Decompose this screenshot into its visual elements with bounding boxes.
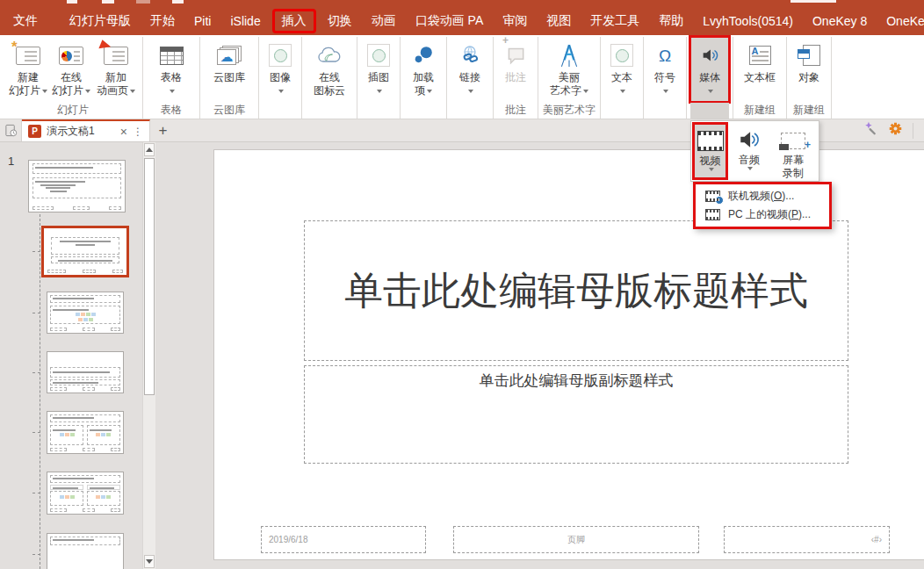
quickaccess-icon-fragment[interactable] [172, 0, 184, 4]
master-subtitle-placeholder[interactable]: 单击此处编辑母版副标题样式 [304, 365, 848, 464]
title-menu-bar: 文件 幻灯片母版 开始 Piti iSlide 插入 切换 动画 口袋动画 PA… [0, 0, 924, 35]
pc-video-menu-item[interactable]: PC 上的视频(P)... [696, 205, 829, 224]
illustration-button[interactable]: 插图 [361, 37, 396, 102]
thumbnail-decoration [50, 425, 83, 445]
textbox-icon: A [749, 40, 771, 71]
content-layout-thumbnail[interactable] [47, 292, 124, 334]
magic-wand-icon[interactable] [863, 121, 878, 140]
new-slide-icon: * [16, 40, 40, 71]
dropdown-caret-icon [583, 90, 588, 93]
section-header-layout-thumbnail[interactable] [47, 351, 124, 393]
media-button[interactable]: 媒体 [690, 37, 729, 102]
ribbon-group-label-empty [263, 103, 298, 119]
two-content-layout-thumbnail[interactable] [47, 411, 124, 454]
scroll-down-icon[interactable] [144, 555, 155, 568]
scrollbar-thumb[interactable] [144, 158, 155, 395]
image-button[interactable]: 图像 [263, 37, 298, 102]
menu-onekey8plus[interactable]: OneKey 8 Plus [877, 11, 924, 32]
wordart-button[interactable]: 美丽艺术字 [542, 37, 596, 102]
menu-islide[interactable]: iSlide [220, 11, 270, 32]
slide-number-placeholder[interactable]: ‹#› [724, 526, 890, 553]
ribbon-group-table: 表格 表格 [143, 37, 200, 119]
table-button[interactable]: 表格 [147, 37, 196, 102]
quickaccess-icon-fragment[interactable] [136, 0, 150, 4]
scroll-up-icon[interactable] [144, 143, 155, 156]
comment-button: + 批注 [497, 37, 534, 102]
menu-onekey8[interactable]: OneKey 8 [803, 11, 877, 32]
audio-button[interactable]: 音频 [728, 122, 770, 180]
link-icon [459, 40, 480, 71]
pc-video-icon [703, 209, 722, 220]
thumbnail-decoration [50, 485, 83, 490]
online-icon-cloud-button[interactable]: 在线图标云 [306, 37, 353, 102]
illustration-placeholder-icon [367, 40, 390, 71]
menu-view[interactable]: 视图 [537, 10, 581, 32]
online-video-menu-item[interactable]: 联机视频(O)... [696, 187, 829, 205]
omega-symbol-icon: Ω [659, 40, 671, 71]
menu-review[interactable]: 审阅 [493, 10, 537, 32]
menu-piti[interactable]: Piti [184, 11, 220, 32]
video-button[interactable]: 视频 [692, 122, 728, 180]
thumbnail-decoration [32, 163, 120, 174]
thumbnail-decoration [50, 367, 119, 378]
tab-more-icon[interactable]: ⋮ [133, 126, 143, 137]
ribbon-group-link: 链接 [447, 37, 494, 119]
menu-pocket-animation[interactable]: 口袋动画 PA [406, 10, 494, 32]
symbol-button[interactable]: Ω 符号 [647, 37, 682, 102]
online-slides-button[interactable]: 在线幻灯片 [49, 37, 93, 102]
dropdown-caret-icon [620, 90, 625, 93]
powerpoint-window: 文件 幻灯片母版 开始 Piti iSlide 插入 切换 动画 口袋动画 PA… [0, 0, 924, 569]
ribbon-group-label-comment: 批注 [497, 103, 534, 119]
media-flyout-panel: 视频 音频 + 屏幕 录制 [690, 120, 819, 182]
ribbon-group-label-empty [647, 103, 682, 119]
screen-recording-button[interactable]: + 屏幕 录制 [770, 122, 816, 180]
new-slide-button[interactable]: * 新建幻灯片 [7, 37, 49, 102]
title-slide-layout-thumbnail-selected[interactable] [41, 226, 129, 277]
date-placeholder[interactable]: 2019/6/18 [261, 526, 426, 553]
dropdown-caret-icon [278, 90, 284, 93]
object-button[interactable]: 对象 [790, 37, 827, 102]
textbox-button[interactable]: A 文本框 [737, 37, 783, 102]
ribbon-group-textbox: A 文本框 新建组 [733, 37, 787, 119]
comparison-layout-thumbnail[interactable] [47, 472, 124, 515]
thumbnail-decoration [50, 508, 119, 512]
screen-record-icon: + [781, 126, 805, 154]
menu-transitions[interactable]: 切换 [318, 10, 362, 32]
menu-animations[interactable]: 动画 [362, 10, 406, 32]
new-animation-page-button[interactable]: 新加动画页 [93, 37, 139, 102]
thumbnail-decoration [87, 425, 120, 445]
menu-file[interactable]: 文件 [4, 10, 47, 32]
addins-button[interactable]: 加载项 [404, 37, 443, 102]
thumbnail-decoration [50, 306, 119, 324]
close-tab-icon[interactable]: × [120, 126, 127, 138]
quickaccess-icon-fragment[interactable] [67, 0, 77, 4]
menu-developer[interactable]: 开发工具 [581, 10, 649, 32]
layout-connector [32, 493, 40, 493]
layout-connector [32, 432, 40, 433]
image-placeholder-icon [269, 40, 292, 71]
wordart-easel-icon [558, 40, 581, 71]
link-button[interactable]: 链接 [451, 37, 489, 102]
new-tab-button[interactable]: + [150, 119, 177, 141]
master-title-placeholder[interactable]: 单击此处编辑母版标题样式 [304, 220, 848, 361]
quickaccess-icon-fragment[interactable] [102, 0, 114, 4]
recent-documents-icon[interactable] [0, 119, 22, 141]
thumbnail-decoration [51, 237, 120, 255]
cloud-gallery-button[interactable]: ☁ 云图库 [204, 37, 255, 102]
settings-gear-icon[interactable] [889, 122, 902, 139]
menu-insert[interactable]: 插入 [272, 9, 316, 33]
menu-home[interactable]: 开始 [141, 10, 184, 32]
thumbnail-decoration [87, 485, 120, 490]
footer-placeholder[interactable]: 页脚 [453, 526, 699, 553]
title-only-layout-thumbnail[interactable] [47, 533, 124, 569]
menu-slide-master[interactable]: 幻灯片母版 [60, 10, 141, 32]
text-button[interactable]: 文本 [604, 37, 639, 102]
layout-connector [32, 251, 40, 252]
slide-panel-scrollbar[interactable] [142, 142, 155, 569]
powerpoint-file-icon: P [28, 125, 41, 138]
slide-master-thumbnail[interactable] [28, 160, 126, 212]
menu-help[interactable]: 帮助 [649, 10, 693, 32]
comment-icon: + [504, 40, 527, 71]
menu-lvyhtools[interactable]: LvyhTools(0514) [693, 11, 803, 32]
document-tab[interactable]: P 演示文稿1 × ⋮ [22, 119, 150, 141]
